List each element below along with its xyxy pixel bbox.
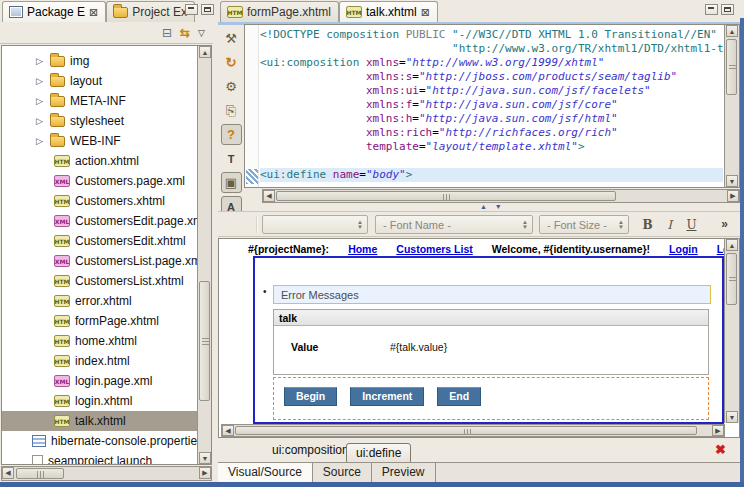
scroll-right-icon[interactable]: ▶	[712, 425, 724, 436]
refresh-icon[interactable]: ↻	[221, 52, 242, 73]
show-selection-bar-toggle[interactable]: ▣	[221, 172, 242, 193]
sash-arrows-icon[interactable]: ▲ ▼	[480, 203, 505, 210]
bold-button[interactable]: B	[638, 215, 657, 234]
expand-arrow-icon[interactable]: ▷	[36, 96, 50, 106]
scroll-thumb[interactable]	[199, 281, 210, 401]
tree-item[interactable]: HTMformPage.xhtml	[2, 311, 198, 331]
source-horizontal-scrollbar[interactable]: ◀ ▶	[262, 189, 740, 203]
show-non-visual-tags-toggle[interactable]: ?	[221, 124, 242, 145]
tree-item[interactable]: HTMerror.xhtml	[2, 291, 198, 311]
tab-talk-xhtml[interactable]: HTMtalk.xhtml⊠	[339, 1, 438, 22]
ui-define-selection-outline[interactable]: BeginIncrementEnd	[273, 377, 709, 420]
close-icon[interactable]: ⊠	[89, 7, 98, 17]
tree-item[interactable]: HTMCustomers.xhtml	[2, 191, 198, 211]
preview-vertical-scrollbar[interactable]: ▲ ▼	[724, 239, 739, 423]
tree-item-label: layout	[70, 74, 102, 88]
package-explorer-view: Package E⊠Project Ex ⊟⇆▽ ▷img▷layout▷MET…	[0, 0, 213, 482]
toolbar-overflow-icon[interactable]: »	[721, 217, 728, 231]
mode-tab-source[interactable]: Source	[313, 463, 372, 482]
scroll-up-icon[interactable]: ▲	[726, 239, 738, 251]
scroll-thumb[interactable]	[726, 253, 737, 305]
scroll-left-icon[interactable]: ◀	[2, 467, 14, 479]
tab-project-ex[interactable]: Project Ex	[106, 1, 195, 22]
scroll-thumb[interactable]	[276, 191, 616, 201]
scroll-thumb[interactable]	[726, 39, 737, 95]
font-name-select[interactable]: - Font Name - ▲▼	[375, 215, 533, 234]
tree-item[interactable]: seamproject.launch	[2, 451, 198, 464]
show-text-formatting-toggle[interactable]: T	[221, 148, 242, 169]
tree-horizontal-scrollbar[interactable]: ◀ ▶	[1, 466, 212, 481]
increment-button[interactable]: Increment	[350, 387, 424, 406]
preferences-icon[interactable]: ⚒	[221, 28, 242, 49]
breadcrumb-item[interactable]: ui:composition	[272, 443, 349, 457]
scroll-down-icon[interactable]: ▼	[199, 452, 211, 464]
breadcrumb-item-selected[interactable]: ui:define	[346, 443, 411, 464]
begin-button[interactable]: Begin	[284, 387, 337, 406]
tree-item[interactable]: HTMtalk.xhtml	[2, 411, 198, 431]
tree-item[interactable]: HTMaction.xhtml	[2, 151, 198, 171]
menu-link[interactable]: Home	[348, 243, 377, 255]
tab-formpage-xhtml[interactable]: HTMformPage.xhtml	[220, 1, 339, 22]
minimize-editor-button[interactable]	[705, 4, 718, 15]
source-code[interactable]: <!DOCTYPE composition PUBLIC "-//W3C//DT…	[260, 28, 723, 184]
tree-item[interactable]: HTMlogin.xhtml	[2, 391, 198, 411]
page-design-options-icon[interactable]: ⚙	[221, 76, 242, 97]
splitter-sash[interactable]: ▲ ▼	[218, 203, 740, 211]
tree-item[interactable]: HTMCustomersList.xhtml	[2, 271, 198, 291]
font-size-select[interactable]: - Font Size - ▲▼	[539, 215, 629, 234]
mode-tab-preview[interactable]: Preview	[372, 463, 436, 482]
scroll-up-icon[interactable]: ▲	[199, 46, 211, 58]
scroll-up-icon[interactable]: ▲	[726, 25, 738, 37]
externalize-strings-icon[interactable]: ⎘	[221, 100, 242, 121]
scroll-thumb[interactable]	[235, 426, 697, 435]
menu-link[interactable]: Customers List	[396, 243, 472, 255]
tree-item[interactable]: HTMindex.html	[2, 351, 198, 371]
tree-item[interactable]: XMLCustomers.page.xml	[2, 171, 198, 191]
link-with-editor-icon[interactable]: ⇆	[180, 27, 190, 39]
close-red-icon[interactable]: ✖	[715, 442, 726, 457]
tree-item[interactable]: ▷WEB-INF	[2, 131, 198, 151]
scroll-left-icon[interactable]: ◀	[222, 425, 234, 436]
tree-item[interactable]: XMLCustomersList.page.xml	[2, 251, 198, 271]
source-editor[interactable]: <!DOCTYPE composition PUBLIC "-//W3C//DT…	[244, 24, 740, 188]
tree-item[interactable]: hibernate-console.properties	[2, 431, 198, 451]
close-icon[interactable]: ⊠	[421, 7, 430, 17]
tab-package-e[interactable]: Package E⊠	[2, 1, 106, 22]
tree-item[interactable]: ▷img	[2, 51, 198, 71]
error-messages-box[interactable]: Error Messages	[273, 285, 711, 304]
tree-item[interactable]: HTMhome.xhtml	[2, 331, 198, 351]
view-menu-icon[interactable]: ▽	[198, 27, 205, 39]
tree-item[interactable]: ▷META-INF	[2, 91, 198, 111]
scroll-down-icon[interactable]: ▼	[726, 411, 738, 423]
tree-item[interactable]: ▷layout	[2, 71, 198, 91]
scroll-left-icon[interactable]: ◀	[263, 190, 275, 202]
tree-vertical-scrollbar[interactable]: ▲ ▼	[197, 46, 211, 464]
block-format-select[interactable]: ▲▼	[262, 215, 368, 234]
expand-arrow-icon[interactable]: ▷	[36, 116, 50, 126]
maximize-view-button[interactable]	[201, 4, 214, 15]
code-token: <!DOCTYPE composition	[260, 28, 406, 41]
tree-item[interactable]: HTMCustomersEdit.xhtml	[2, 231, 198, 251]
tree-item[interactable]: XMLCustomersEdit.page.xml	[2, 211, 198, 231]
menu-link[interactable]: Login	[669, 243, 698, 255]
expand-arrow-icon[interactable]: ▷	[36, 76, 50, 86]
italic-button[interactable]: I	[660, 215, 679, 234]
expand-arrow-icon[interactable]: ▷	[36, 136, 50, 146]
preview-horizontal-scrollbar[interactable]: ◀ ▶	[221, 424, 725, 437]
minimize-view-button[interactable]	[185, 4, 198, 15]
mode-tab-visual-source[interactable]: Visual/Source	[218, 463, 313, 482]
tree-item[interactable]: XMLlogin.page.xml	[2, 371, 198, 391]
tree-item[interactable]: ▷stylesheet	[2, 111, 198, 131]
expand-arrow-icon[interactable]: ▷	[36, 56, 50, 66]
collapse-all-icon[interactable]: ⊟	[162, 27, 172, 39]
scroll-thumb[interactable]	[16, 468, 64, 479]
glyph: ?	[227, 128, 235, 142]
source-vertical-scrollbar[interactable]: ▲ ▼	[724, 25, 739, 187]
htm-icon: HTM	[54, 295, 70, 307]
maximize-editor-button[interactable]	[721, 4, 734, 15]
underline-button[interactable]: U	[682, 215, 701, 234]
scroll-down-icon[interactable]: ▼	[726, 175, 738, 187]
end-button[interactable]: End	[437, 387, 481, 406]
scroll-right-icon[interactable]: ▶	[199, 467, 211, 479]
scroll-right-icon[interactable]: ▶	[727, 190, 739, 202]
